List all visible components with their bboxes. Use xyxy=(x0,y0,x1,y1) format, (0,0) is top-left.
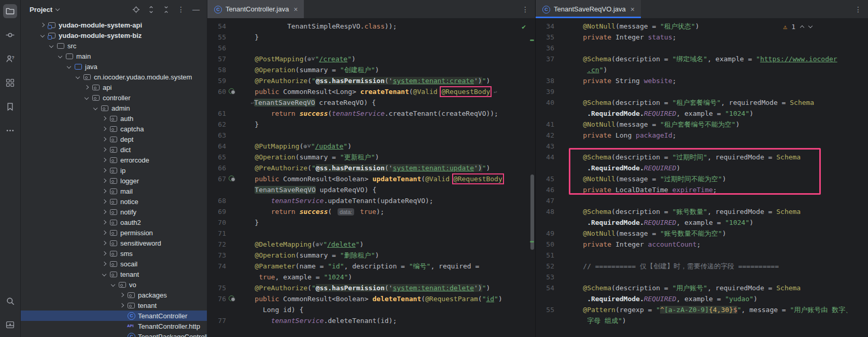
code-line[interactable]: 43 xyxy=(536,141,868,152)
code-line[interactable]: 72 @DeleteMapping(⊕˅"/delete") xyxy=(207,239,535,250)
code-line[interactable]: 73 @Operation(summary = "删除租户") xyxy=(207,250,535,261)
code-line[interactable]: TenantSaveReqVO updateReqVO) { xyxy=(207,184,535,195)
project-panel-title[interactable]: Project xyxy=(30,6,52,14)
code-line[interactable]: 38 private String website; xyxy=(536,75,868,86)
chevron-collapsed-icon[interactable] xyxy=(102,179,107,183)
expand-all-icon[interactable] xyxy=(145,4,157,15)
commit-icon[interactable] xyxy=(3,28,17,42)
more-options-icon[interactable]: ⋮ xyxy=(175,4,187,15)
code-line[interactable]: 49 @NotNull(message = "账号数量不能为空") xyxy=(536,228,868,239)
code-line[interactable]: 68 tenantService.updateTenant(updateReqV… xyxy=(207,195,535,206)
open-in-http-client-icon[interactable] xyxy=(229,88,234,94)
code-line[interactable]: 37 @Schema(description = "绑定域名", example… xyxy=(536,53,868,64)
inspection-ok-icon[interactable]: ✔ xyxy=(522,21,526,32)
code-line[interactable]: 62 } xyxy=(207,119,535,130)
code-line[interactable]: 51 xyxy=(536,250,868,261)
chevron-collapsed-icon[interactable] xyxy=(102,210,107,214)
tree-item-permission[interactable]: permission xyxy=(21,227,207,238)
code-line[interactable]: 71 xyxy=(207,228,535,239)
code-line[interactable]: 63 xyxy=(207,130,535,141)
tree-item-tenant[interactable]: tenant xyxy=(21,300,207,311)
project-view-icon[interactable] xyxy=(3,4,17,18)
close-icon[interactable]: × xyxy=(631,5,635,14)
inspection-widget[interactable]: ⚠ 1 xyxy=(783,21,812,32)
code-line[interactable]: 75 @PreAuthorize("@ss.hasPermission('sys… xyxy=(207,282,535,293)
code-line[interactable]: .RequiredMode.REQUIRED, example = "1024"… xyxy=(536,108,868,119)
code-line[interactable]: 39 xyxy=(536,86,868,97)
chevron-expanded-icon[interactable] xyxy=(58,54,63,59)
tree-item-auth[interactable]: auth xyxy=(21,113,207,124)
code-line[interactable]: 字母 组成") xyxy=(536,315,868,326)
chevron-expanded-icon[interactable] xyxy=(40,33,45,38)
open-in-http-client-icon[interactable] xyxy=(229,295,234,301)
tab-tenantsavereqvo[interactable]: TenantSaveReqVO.java × xyxy=(536,0,641,18)
code-line[interactable]: 65 @Operation(summary = "更新租户") xyxy=(207,152,535,163)
tree-item-TenantController.http[interactable]: TenantController.http xyxy=(21,321,207,331)
code-line[interactable]: 52 // ========== 仅【创建】时，需要传递的字段 ========… xyxy=(536,261,868,272)
tree-item-admin[interactable]: admin xyxy=(21,103,207,113)
locate-file-icon[interactable] xyxy=(130,4,142,15)
right-code-area[interactable]: 34 @NotNull(message = "租户状态")35 private … xyxy=(536,19,868,337)
move-to-bottom-icon[interactable] xyxy=(3,318,17,332)
editor-options-icon[interactable]: ⋮ xyxy=(515,0,535,18)
more-tool-windows-icon[interactable] xyxy=(3,124,17,138)
tree-item-yudao-module-system-biz[interactable]: yudao-module-system-biz xyxy=(21,30,207,41)
code-line[interactable]: 59 @PreAuthorize("@ss.hasPermission('sys… xyxy=(207,75,535,86)
code-line[interactable]: 67 public CommonResult<Boolean> updateTe… xyxy=(207,173,535,184)
chevron-collapsed-icon[interactable] xyxy=(102,147,107,152)
code-line[interactable]: 35 private Integer status; xyxy=(536,32,868,43)
chevron-collapsed-icon[interactable] xyxy=(102,168,107,173)
tree-item-sms[interactable]: sms xyxy=(21,248,207,259)
tree-item-java[interactable]: java xyxy=(21,61,207,72)
tree-item-tenant[interactable]: tenant xyxy=(21,269,207,279)
code-line[interactable]: 48 @Schema(description = "账号数量", require… xyxy=(536,206,868,217)
chevron-collapsed-icon[interactable] xyxy=(102,262,107,266)
bookmarks-icon[interactable] xyxy=(3,100,17,114)
next-problem-icon[interactable] xyxy=(808,24,813,28)
open-in-http-client-icon[interactable] xyxy=(229,176,234,181)
tree-item-src[interactable]: src xyxy=(21,41,207,51)
tree-item-main[interactable]: main xyxy=(21,51,207,61)
chevron-collapsed-icon[interactable] xyxy=(102,199,107,204)
code-line[interactable]: .RequiredMode.REQUIRED, example = "yudao… xyxy=(536,293,868,304)
chevron-collapsed-icon[interactable] xyxy=(120,293,124,298)
left-scrollbar[interactable] xyxy=(529,19,535,337)
code-line[interactable]: 56 xyxy=(207,43,535,53)
code-line[interactable]: ↩TenantSaveReqVO createReqVO) { xyxy=(207,97,535,108)
chevron-expanded-icon[interactable] xyxy=(67,64,72,69)
chevron-collapsed-icon[interactable] xyxy=(102,137,107,142)
tree-item-socail[interactable]: socail xyxy=(21,259,207,269)
chevron-expanded-icon[interactable] xyxy=(111,282,116,287)
editor-options-icon[interactable]: ⋮ xyxy=(848,0,868,18)
tree-item-sensitiveword[interactable]: sensitiveword xyxy=(21,238,207,248)
pull-requests-icon[interactable]: ? xyxy=(3,52,17,66)
code-line[interactable]: Long id) { xyxy=(207,304,535,315)
code-line[interactable]: .cn") xyxy=(536,64,868,75)
code-line[interactable]: 54 @Schema(description = "用户账号", require… xyxy=(536,282,868,293)
code-line[interactable]: 60 public CommonResult<Long> createTenan… xyxy=(207,86,535,97)
code-line[interactable]: 58 @Operation(summary = "创建租户") xyxy=(207,64,535,75)
code-line[interactable]: 69 return success( data: true); xyxy=(207,206,535,217)
chevron-collapsed-icon[interactable] xyxy=(102,189,107,194)
collapse-all-icon[interactable] xyxy=(160,4,172,15)
tree-item-errorcode[interactable]: errorcode xyxy=(21,155,207,165)
code-line[interactable]: 41 @NotNull(message = "租户套餐编号不能为空") xyxy=(536,119,868,130)
chevron-expanded-icon[interactable] xyxy=(93,106,98,111)
search-icon[interactable] xyxy=(3,294,17,308)
tree-item-oauth2[interactable]: oauth2 xyxy=(21,217,207,227)
scrollbar-thumb[interactable] xyxy=(530,174,534,250)
code-line[interactable]: 77 tenantService.deleteTenant(id); xyxy=(207,315,535,326)
code-line[interactable]: .RequiredMode.REQUIRED) xyxy=(536,163,868,173)
tree-item-mail[interactable]: mail xyxy=(21,186,207,196)
code-line[interactable]: 50 private Integer accountCount; xyxy=(536,239,868,250)
hide-panel-icon[interactable]: — xyxy=(190,4,202,15)
chevron-collapsed-icon[interactable] xyxy=(102,158,107,163)
code-line[interactable]: 53 xyxy=(536,272,868,282)
code-line[interactable]: 34 @NotNull(message = "租户状态") xyxy=(536,21,868,32)
code-line[interactable]: 42 private Long packageId; xyxy=(536,130,868,141)
code-line[interactable]: 74 @Parameter(name = "id", description =… xyxy=(207,261,535,272)
code-line[interactable]: 46 private LocalDateTime expireTime; xyxy=(536,184,868,195)
structure-icon[interactable] xyxy=(3,76,17,90)
chevron-collapsed-icon[interactable] xyxy=(102,241,107,246)
chevron-collapsed-icon[interactable] xyxy=(40,23,45,28)
